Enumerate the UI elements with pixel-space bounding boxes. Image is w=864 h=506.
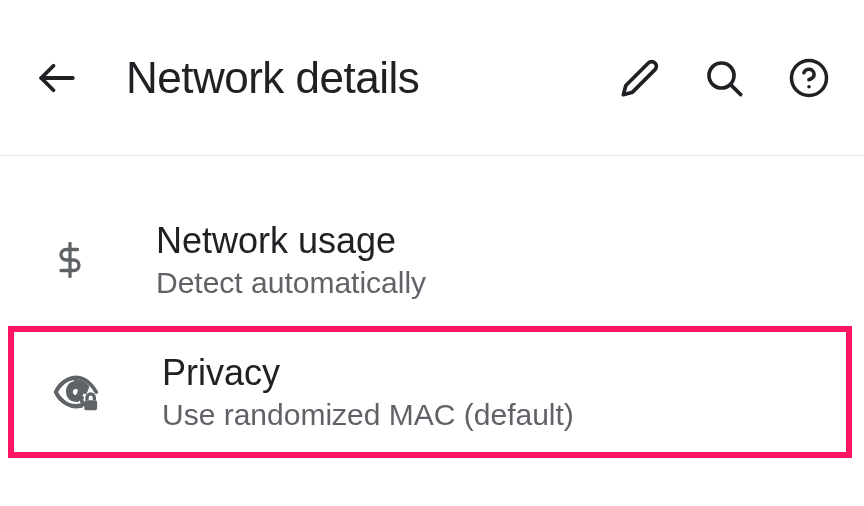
pencil-icon	[620, 58, 660, 98]
settings-list: Network usage Detect automatically Priva…	[0, 156, 864, 458]
settings-item-privacy[interactable]: Privacy Use randomized MAC (default)	[14, 332, 846, 452]
settings-item-title: Network usage	[156, 220, 840, 262]
svg-point-6	[70, 386, 82, 398]
settings-item-content: Network usage Detect automatically	[156, 220, 840, 300]
edit-button[interactable]	[614, 52, 666, 104]
arrow-back-icon	[36, 57, 78, 99]
page-title: Network details	[126, 53, 614, 103]
app-header: Network details	[0, 0, 864, 156]
svg-line-2	[731, 84, 741, 94]
help-button[interactable]	[782, 51, 836, 105]
search-icon	[704, 58, 744, 98]
settings-item-content: Privacy Use randomized MAC (default)	[162, 352, 822, 432]
settings-item-subtitle: Detect automatically	[156, 266, 840, 300]
settings-item-subtitle: Use randomized MAC (default)	[162, 398, 822, 432]
header-actions	[614, 51, 836, 105]
eye-lock-icon	[54, 370, 98, 414]
settings-item-title: Privacy	[162, 352, 822, 394]
settings-item-network-usage[interactable]: Network usage Detect automatically	[0, 200, 864, 320]
highlight-box: Privacy Use randomized MAC (default)	[8, 326, 852, 458]
svg-rect-7	[84, 400, 97, 410]
search-button[interactable]	[698, 52, 750, 104]
help-icon	[788, 57, 830, 99]
dollar-icon	[48, 238, 92, 282]
back-button[interactable]	[28, 49, 86, 107]
